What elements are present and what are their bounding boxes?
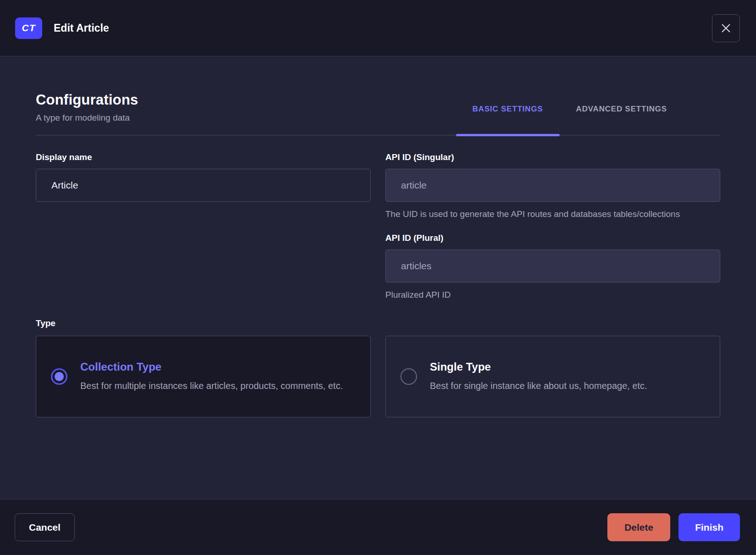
- display-name-label: Display name: [36, 152, 371, 162]
- single-type-radio[interactable]: [400, 368, 417, 385]
- single-type-description: Best for single instance like about us, …: [430, 379, 647, 393]
- close-button[interactable]: [712, 14, 740, 42]
- modal-footer: Cancel Delete Finish: [0, 499, 756, 555]
- single-type-text: Single Type Best for single instance lik…: [430, 361, 647, 393]
- content-type-badge-label: CT: [22, 22, 36, 33]
- collection-type-radio[interactable]: [51, 368, 67, 385]
- section-head: Configurations A type for modeling data …: [36, 92, 720, 136]
- api-id-plural-label: API ID (Plural): [385, 233, 720, 243]
- form-grid: Display name API ID (Singular) The UID i…: [36, 152, 720, 302]
- section-head-left: Configurations A type for modeling data: [36, 92, 138, 135]
- delete-button[interactable]: Delete: [607, 513, 670, 541]
- settings-tabs: BASIC SETTINGS ADVANCED SETTINGS: [456, 105, 684, 135]
- single-type-title: Single Type: [430, 361, 647, 373]
- type-options: Collection Type Best for multiple instan…: [36, 336, 720, 417]
- page-subtitle: A type for modeling data: [36, 113, 138, 123]
- api-id-singular-field-group: API ID (Singular) The UID is used to gen…: [385, 152, 720, 221]
- api-id-singular-input[interactable]: [385, 169, 720, 202]
- page-title: Configurations: [36, 92, 138, 108]
- collection-type-description: Best for multiple instances like article…: [80, 379, 343, 393]
- modal-header: CT Edit Article: [0, 0, 756, 56]
- single-type-card[interactable]: Single Type Best for single instance lik…: [385, 336, 720, 417]
- tab-advanced-settings[interactable]: ADVANCED SETTINGS: [560, 105, 684, 135]
- collection-type-text: Collection Type Best for multiple instan…: [80, 361, 343, 393]
- api-id-singular-hint: The UID is used to generate the API rout…: [385, 207, 720, 221]
- collection-type-title: Collection Type: [80, 361, 343, 373]
- api-id-plural-hint: Pluralized API ID: [385, 288, 720, 302]
- modal-title: Edit Article: [54, 22, 109, 34]
- api-id-singular-label: API ID (Singular): [385, 152, 720, 162]
- api-id-plural-field-group: API ID (Plural) Pluralized API ID: [385, 233, 720, 302]
- cancel-button[interactable]: Cancel: [15, 513, 75, 541]
- collection-type-card[interactable]: Collection Type Best for multiple instan…: [36, 336, 371, 417]
- close-icon: [720, 22, 732, 34]
- type-label: Type: [36, 318, 720, 328]
- content-type-badge: CT: [15, 17, 42, 39]
- tab-basic-settings[interactable]: BASIC SETTINGS: [456, 105, 560, 135]
- finish-button[interactable]: Finish: [678, 513, 740, 541]
- modal-body: Configurations A type for modeling data …: [0, 56, 756, 499]
- edit-article-modal: CT Edit Article Configurations A type fo…: [0, 0, 756, 555]
- display-name-input[interactable]: [36, 169, 371, 202]
- display-name-field-group: Display name: [36, 152, 371, 221]
- api-id-plural-input[interactable]: [385, 250, 720, 283]
